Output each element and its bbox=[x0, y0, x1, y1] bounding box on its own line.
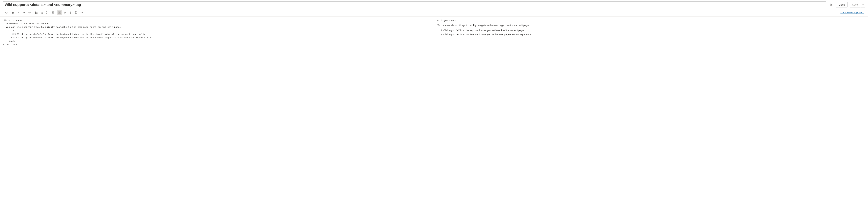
markdown-source-pane[interactable]: <details open> <summary>Did you know?</s… bbox=[0, 16, 434, 50]
source-line: <summary>Did you know?</summary> bbox=[3, 22, 49, 25]
svg-rect-23 bbox=[46, 13, 47, 13]
attach-button[interactable] bbox=[68, 10, 73, 15]
source-line: <ol> bbox=[3, 29, 14, 32]
header-row: Close Save bbox=[0, 0, 868, 9]
unordered-list-button[interactable] bbox=[39, 10, 44, 15]
hash-icon: # bbox=[64, 11, 66, 14]
svg-point-5 bbox=[830, 5, 831, 5]
svg-point-16 bbox=[41, 12, 41, 13]
svg-rect-25 bbox=[52, 12, 54, 13]
source-line: </details> bbox=[3, 43, 17, 46]
text: of the current page. bbox=[503, 29, 524, 32]
text: creation experience. bbox=[509, 33, 532, 36]
unordered-list-icon bbox=[40, 11, 43, 14]
toolbar-left: A B I 123 bbox=[3, 10, 840, 15]
svg-point-15 bbox=[41, 12, 41, 12]
table-button[interactable] bbox=[50, 10, 56, 15]
text: Clicking on bbox=[443, 33, 456, 36]
svg-text:A: A bbox=[4, 11, 6, 14]
bold-button[interactable]: B bbox=[10, 10, 16, 15]
checklist-icon bbox=[46, 11, 49, 14]
source-line: You can use shortcut keys to quickly nav… bbox=[3, 26, 121, 29]
italic-button[interactable]: I bbox=[16, 10, 21, 15]
bold-text: edit bbox=[498, 29, 503, 32]
source-line: <details open> bbox=[3, 19, 22, 22]
view-options-button[interactable] bbox=[828, 2, 834, 7]
preview-details[interactable]: Did you know? You can use shortcut keys … bbox=[437, 19, 865, 37]
code-button[interactable] bbox=[27, 10, 32, 15]
bold-icon: B bbox=[12, 11, 14, 14]
chevron-down-icon bbox=[862, 4, 864, 5]
hash-button[interactable]: # bbox=[62, 10, 68, 15]
ordered-list-icon: 123 bbox=[35, 11, 38, 14]
svg-point-34 bbox=[81, 12, 81, 13]
sliders-icon bbox=[830, 3, 832, 6]
markdown-supported-link[interactable]: Markdown supported. bbox=[840, 11, 865, 14]
bold-text: new page bbox=[499, 33, 510, 36]
close-button[interactable]: Close bbox=[836, 2, 847, 7]
checklist-button[interactable] bbox=[45, 10, 50, 15]
mention-button[interactable]: ABC bbox=[57, 10, 62, 15]
paste-button[interactable] bbox=[73, 10, 79, 15]
svg-point-3 bbox=[831, 4, 832, 5]
source-line: <li>Clicking on <b>"e"</b> from the keyb… bbox=[3, 33, 145, 36]
ellipsis-icon bbox=[81, 11, 83, 14]
bold-text: "e" bbox=[456, 29, 460, 32]
source-line: <li>Clicking on <b>"n"</b> from the keyb… bbox=[3, 36, 151, 39]
page-title-input[interactable] bbox=[3, 1, 826, 8]
save-button[interactable]: Save bbox=[849, 2, 860, 7]
svg-point-17 bbox=[41, 13, 41, 14]
ordered-list-button[interactable]: 123 bbox=[34, 10, 39, 15]
svg-point-35 bbox=[82, 12, 82, 13]
preview-intro-text: You can use shortcut keys to quickly nav… bbox=[437, 24, 865, 27]
italic-icon: I bbox=[18, 11, 19, 14]
editor-toolbar: A B I 123 bbox=[0, 9, 868, 16]
source-line: </ol> bbox=[3, 40, 15, 42]
preview-ordered-list: Clicking on "e" from the keyboard takes … bbox=[443, 29, 865, 37]
code-icon bbox=[28, 11, 31, 14]
link-button[interactable] bbox=[22, 10, 27, 15]
svg-text:3: 3 bbox=[35, 13, 36, 14]
text: from the keyboard takes you to the bbox=[460, 29, 498, 32]
svg-text:ABC: ABC bbox=[58, 12, 61, 13]
more-button[interactable] bbox=[79, 10, 84, 15]
text: from the keyboard takes you to the bbox=[460, 33, 498, 36]
paperclip-icon bbox=[69, 11, 72, 14]
preview-pane: Did you know? You can use shortcut keys … bbox=[434, 16, 868, 50]
preview-body: You can use shortcut keys to quickly nav… bbox=[437, 24, 865, 36]
preview-summary[interactable]: Did you know? bbox=[437, 19, 865, 22]
save-split-button: Save bbox=[849, 2, 865, 7]
clipboard-icon bbox=[75, 11, 78, 14]
abc-box-icon: ABC bbox=[58, 11, 61, 14]
save-dropdown-button[interactable] bbox=[860, 2, 865, 7]
table-icon bbox=[52, 11, 54, 14]
svg-point-36 bbox=[83, 12, 83, 13]
bold-text: "n" bbox=[456, 33, 460, 36]
wiki-editor-page: Close Save A B I bbox=[0, 0, 868, 50]
link-icon bbox=[23, 11, 26, 14]
svg-rect-33 bbox=[76, 11, 77, 12]
list-item: Clicking on "e" from the keyboard takes … bbox=[443, 29, 865, 32]
text-style-dropdown[interactable]: A bbox=[3, 10, 9, 15]
svg-line-8 bbox=[30, 12, 30, 13]
text: Clicking on bbox=[443, 29, 456, 32]
list-item: Clicking on "n" from the keyboard takes … bbox=[443, 33, 865, 36]
svg-point-1 bbox=[831, 4, 831, 4]
editor-split: <details open> <summary>Did you know?</s… bbox=[0, 16, 868, 50]
font-color-icon: A bbox=[4, 11, 8, 14]
